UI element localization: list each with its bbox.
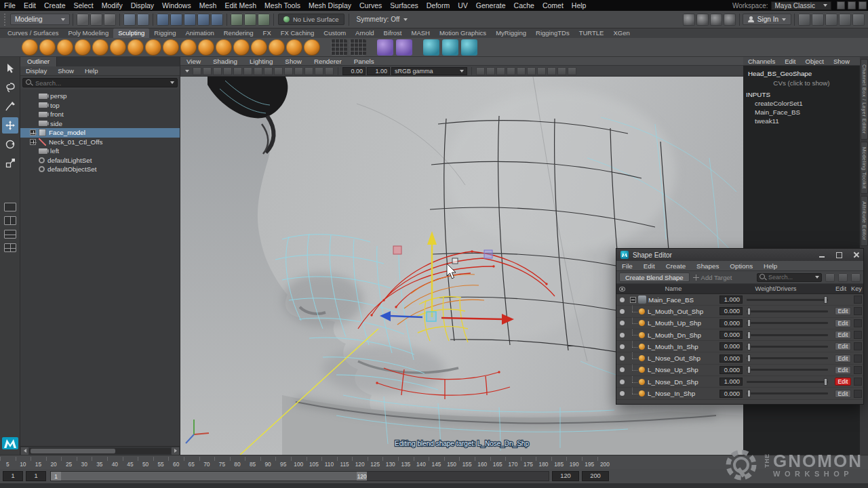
sidebar-vertical-tab[interactable]: Channel Box / Layer Editor [861,59,868,140]
shelf-tab[interactable]: Arnold [351,28,378,38]
knife-tool-icon[interactable] [251,39,267,56]
weight-field[interactable]: 0.000 [719,319,743,327]
shelf-tab[interactable]: Rendering [219,28,258,38]
menubar-item[interactable]: Deform [422,0,454,11]
blend-shape-target-row[interactable]: L_Mouth_Out_Shp 0.000 Edit [616,306,863,317]
key-cell[interactable] [854,296,862,304]
channel-box-input-node[interactable]: Main_Face_BS [743,108,860,117]
key-cell[interactable] [854,342,862,350]
timeline-frame-label[interactable]: 105 [307,455,322,469]
timeline-frame-label[interactable]: 80 [230,455,245,469]
timeline-frame-label[interactable]: 65 [184,455,199,469]
outliner-menu-item[interactable]: Help [79,66,104,75]
timeline-frame-label[interactable]: 45 [123,455,138,469]
grease-pencil-icon[interactable] [254,67,262,75]
weight-field[interactable]: 0.000 [719,331,743,339]
scroll-right-arrow-icon[interactable] [172,447,179,455]
redo-icon[interactable] [137,14,149,26]
weight-slider[interactable] [747,392,828,394]
image-plane-icon[interactable] [233,67,242,75]
key-cell[interactable] [854,354,862,363]
shelf-tab[interactable]: Sculpting [113,28,149,38]
rotate-tool-button[interactable] [2,136,18,152]
menubar-item[interactable]: Windows [158,0,195,11]
outliner-search-box[interactable] [22,78,178,87]
outliner-panel-tab[interactable]: Outliner [20,57,57,66]
render-settings-icon[interactable] [724,14,736,26]
maximize-icon[interactable] [835,251,842,258]
timeline-frame-label[interactable]: 40 [107,455,123,469]
gate-mask-icon[interactable] [294,67,303,75]
sculpt-objects-icon[interactable] [377,39,393,56]
shape-editor-menu-item[interactable]: Help [758,261,783,270]
timeline-frame-label[interactable]: 55 [153,455,169,469]
blend-shape-target-row[interactable]: L_Nose_Up_Shp 0.000 Edit [616,365,863,376]
timeline-frame-label[interactable]: 75 [214,455,230,469]
range-start-handle[interactable]: 1 [51,472,61,481]
viewport-menu-item[interactable]: View [180,57,207,65]
create-set-icon[interactable] [825,273,835,282]
amplify-tool-icon[interactable] [304,39,320,56]
blend-shape-target-row[interactable]: L_Mouth_Up_Shp 0.000 Edit [616,318,863,329]
field-chart-icon[interactable] [304,67,313,75]
shelf-tab[interactable]: XGen [608,28,634,38]
timeline-frame-label[interactable]: 135 [398,455,414,469]
shadows-icon[interactable] [517,67,526,75]
shelf-tab[interactable]: Motion Graphics [435,28,491,38]
edit-button[interactable]: Edit [835,319,851,327]
two-d-pan-zoom-icon[interactable] [243,67,252,75]
edit-button[interactable]: Edit [835,378,851,386]
two-pane-stacked-layout-icon[interactable] [4,230,16,239]
key-cell[interactable] [854,378,862,386]
menubar-item[interactable]: Curves [355,0,386,11]
scroll-left-arrow-icon[interactable] [21,447,28,455]
minimize-icon[interactable] [818,251,825,258]
visibility-dot-icon[interactable] [616,321,627,325]
outliner-item[interactable]: front [20,110,180,119]
playback-end-field[interactable]: 120 [552,471,579,481]
blend-shape-target-row[interactable]: L_Nose_Dn_Shp 1.000 Edit [616,376,863,388]
bulge-tool-icon[interactable] [286,39,302,56]
timeline-frame-label[interactable]: 60 [168,455,184,469]
weight-field[interactable]: 1.000 [719,378,743,386]
timeline-frame-label[interactable]: 175 [521,455,536,469]
outliner-item[interactable]: persp [20,92,180,101]
weight-field[interactable]: 0.000 [719,354,743,363]
live-surface-field[interactable]: No Live Surface [278,14,344,25]
slider-handle[interactable] [747,366,751,373]
outliner-search-input[interactable] [35,79,167,87]
weight-field[interactable]: 0.000 [719,366,743,374]
modeling-toolkit-toggle-icon[interactable] [798,14,810,26]
textured-mode-icon[interactable] [496,67,505,75]
viewport-menu-item[interactable]: Show [279,57,308,65]
timeline-frame-label[interactable]: 145 [429,455,444,469]
snap-to-grid-icon[interactable] [157,14,169,26]
shape-editor-menu-item[interactable]: Options [724,261,758,270]
channel-box-input-node[interactable]: tweak11 [743,117,860,125]
open-render-view-icon[interactable] [683,14,695,26]
shelf-tab[interactable]: MASH [407,28,435,38]
shelf-tab[interactable]: Poly Modeling [64,28,114,38]
shelf-tab[interactable]: Rigging [149,28,180,38]
timeline-frame-label[interactable]: 160 [475,455,490,469]
attribute-editor-toggle-icon[interactable] [825,14,837,26]
exposure-field[interactable] [342,67,366,75]
timeline-frame-label[interactable]: 15 [31,455,46,469]
timeline-frame-label[interactable]: 115 [337,455,353,469]
wax-tool-icon[interactable] [198,39,214,56]
edit-button[interactable]: Edit [835,307,851,315]
shape-editor-menu-item[interactable]: File [616,261,638,270]
scale-tool-button[interactable] [2,155,18,171]
timeline-frame-label[interactable]: 5 [0,455,16,469]
slider-handle[interactable] [747,308,751,315]
inbetween-marker-purple[interactable] [484,250,492,258]
shelf-tab[interactable]: FX [258,28,276,38]
camera-attributes-icon[interactable] [213,67,222,75]
key-cell[interactable] [854,319,862,327]
timeline-frame-label[interactable]: 10 [16,455,31,469]
timeline-frame-label[interactable]: 155 [459,455,475,469]
single-pane-layout-icon[interactable] [4,203,16,211]
slider-handle[interactable] [747,331,751,339]
shaded-mode-icon[interactable] [486,67,495,75]
screen-space-ao-icon[interactable] [527,67,536,75]
